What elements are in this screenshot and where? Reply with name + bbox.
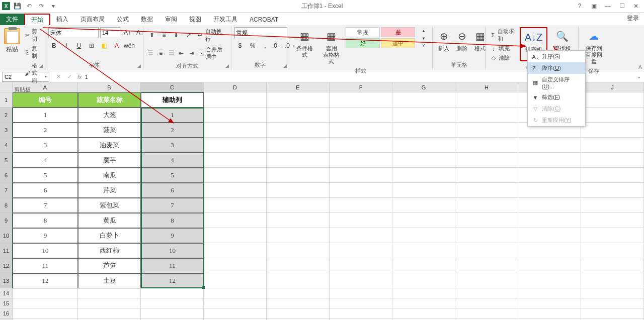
name-box-dropdown[interactable]: ▾ [42, 72, 49, 82]
col-header-E[interactable]: E [267, 82, 330, 92]
row-header-10[interactable]: 10 [0, 228, 13, 243]
insert-cells-button[interactable]: ⊕ 插入 [436, 27, 452, 53]
cell-I10[interactable] [518, 228, 581, 243]
align-left-button[interactable]: ☰ [146, 48, 155, 59]
number-format-select[interactable] [234, 27, 287, 38]
row-header-11[interactable]: 11 [0, 243, 13, 258]
align-bottom-button[interactable]: ⬇ [171, 30, 182, 41]
cell-I13[interactable] [518, 273, 581, 288]
row-header-8[interactable]: 8 [0, 198, 13, 213]
cell-H16[interactable] [455, 308, 518, 318]
underline-button[interactable]: U [73, 40, 85, 51]
menu-sort-asc[interactable]: A↓升序(S) [528, 51, 585, 62]
cell-H4[interactable] [455, 138, 518, 153]
cell-E8[interactable] [267, 198, 330, 213]
cell-F9[interactable] [330, 213, 392, 228]
font-color-button[interactable]: A [111, 40, 122, 51]
styles-down[interactable]: ▼ [418, 35, 429, 42]
cell-A7[interactable]: 6 [13, 183, 78, 198]
cell-E14[interactable] [267, 288, 330, 298]
percent-button[interactable]: % [247, 40, 258, 51]
cell-G12[interactable] [392, 258, 455, 273]
row-header-3[interactable]: 3 [0, 123, 13, 138]
alignment-launcher[interactable]: ◢ [224, 63, 230, 69]
cell-F7[interactable] [330, 183, 392, 198]
cell-H12[interactable] [455, 258, 518, 273]
cell-I15[interactable] [518, 298, 581, 308]
cancel-formula-button[interactable]: ✕ [53, 72, 63, 81]
phonetic-button[interactable]: wén [124, 40, 135, 51]
cell-A13[interactable]: 12 [13, 273, 78, 288]
cell-I8[interactable] [518, 198, 581, 213]
login-link[interactable]: 登录 [627, 14, 639, 23]
cell-I7[interactable] [518, 183, 581, 198]
align-center-button[interactable]: ≡ [156, 48, 165, 59]
align-middle-button[interactable]: ≡ [158, 30, 169, 41]
cell-G14[interactable] [392, 288, 455, 298]
clear-button[interactable]: ◇清除 [489, 54, 518, 62]
cell-G1[interactable] [392, 92, 455, 108]
cell-C8[interactable]: 7 [141, 198, 204, 213]
cell-D4[interactable] [204, 138, 267, 153]
cell-F12[interactable] [330, 258, 392, 273]
style-bad[interactable]: 差 [381, 27, 415, 37]
row-header-5[interactable]: 5 [0, 153, 13, 168]
cell-B16[interactable] [78, 308, 141, 318]
conditional-format-button[interactable]: ▦ 条件格式 [292, 27, 317, 59]
cell-A4[interactable]: 3 [13, 138, 78, 153]
row-header-4[interactable]: 4 [0, 138, 13, 153]
tab-layout[interactable]: 页面布局 [74, 14, 111, 25]
cell-B9[interactable]: 黄瓜 [78, 213, 141, 228]
cell-I16[interactable] [518, 308, 581, 318]
cell-A15[interactable] [13, 298, 78, 308]
cell-C10[interactable]: 9 [141, 228, 204, 243]
cell-F8[interactable] [330, 198, 392, 213]
cell-D6[interactable] [204, 168, 267, 183]
ribbon-collapse-button[interactable]: ᐱ [638, 64, 642, 70]
cell-A8[interactable]: 7 [13, 198, 78, 213]
cell-J14[interactable] [581, 288, 644, 298]
cell-A2[interactable]: 1 [13, 108, 78, 123]
row-header-2[interactable]: 2 [0, 108, 13, 123]
cell-I9[interactable] [518, 213, 581, 228]
tab-dev[interactable]: 开发工具 [207, 14, 244, 25]
cell-I11[interactable] [518, 243, 581, 258]
cell-G5[interactable] [392, 153, 455, 168]
col-header-G[interactable]: G [392, 82, 455, 92]
row-header-9[interactable]: 9 [0, 213, 13, 228]
cell-G15[interactable] [392, 298, 455, 308]
cell-J13[interactable] [581, 273, 644, 288]
cell-G8[interactable] [392, 198, 455, 213]
cell-A9[interactable]: 8 [13, 213, 78, 228]
cell-D5[interactable] [204, 153, 267, 168]
cell-H14[interactable] [455, 288, 518, 298]
style-neutral[interactable]: 适中 [381, 38, 415, 48]
cell-E15[interactable] [267, 298, 330, 308]
cell-H3[interactable] [455, 123, 518, 138]
row-header-15[interactable]: 15 [0, 298, 13, 308]
row-header-12[interactable]: 12 [0, 258, 13, 273]
tab-insert[interactable]: 插入 [50, 14, 74, 25]
cell-D12[interactable] [204, 258, 267, 273]
maximize-button[interactable]: ☐ [616, 1, 628, 11]
cell-F6[interactable] [330, 168, 392, 183]
cell-C6[interactable]: 5 [141, 168, 204, 183]
bold-button[interactable]: B [48, 40, 59, 51]
align-top-button[interactable]: ⬆ [146, 30, 157, 41]
cell-C7[interactable]: 6 [141, 183, 204, 198]
fx-icon[interactable]: fx [77, 74, 82, 80]
fill-button[interactable]: ↓填充 [489, 44, 518, 53]
tab-acrobat[interactable]: ACROBAT [244, 14, 284, 25]
cell-J8[interactable] [581, 198, 644, 213]
cell-D16[interactable] [204, 308, 267, 318]
tab-view[interactable]: 视图 [183, 14, 207, 25]
cell-A3[interactable]: 2 [13, 123, 78, 138]
align-right-button[interactable]: ☰ [167, 48, 175, 59]
cell-H8[interactable] [455, 198, 518, 213]
tab-formulas[interactable]: 公式 [111, 14, 135, 25]
styles-more[interactable]: ⊻ [418, 42, 429, 49]
wrap-text-button[interactable]: ↩自动换行 [195, 27, 228, 43]
cell-B5[interactable]: 魔芋 [78, 153, 141, 168]
cell-B4[interactable]: 油麦菜 [78, 138, 141, 153]
cell-C14[interactable] [141, 288, 204, 298]
